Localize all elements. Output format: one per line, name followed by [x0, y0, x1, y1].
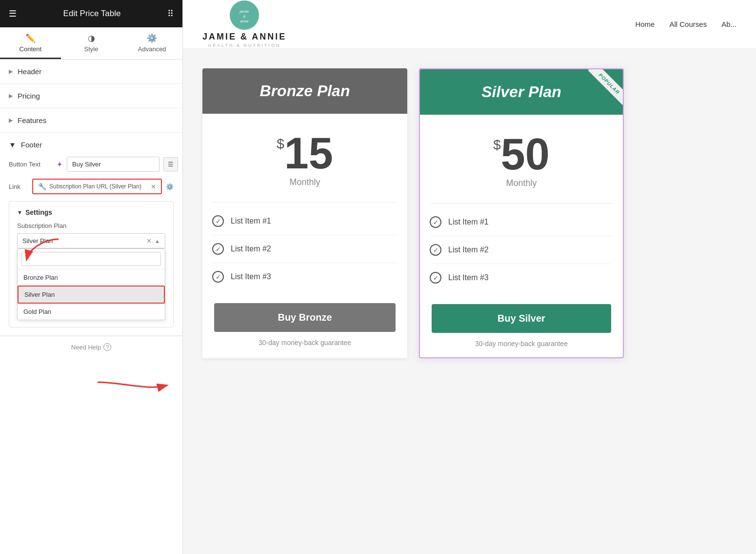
link-text-value: Subscription Plan URL (Silver Plan): [49, 183, 148, 190]
bronze-price-area: $ 15 Monthly: [202, 114, 407, 202]
panel-title: Edit Price Table: [63, 9, 121, 19]
bronze-price-amount: $ 15: [212, 131, 398, 175]
buy-bronze-button[interactable]: Buy Bronze: [214, 303, 396, 332]
logo-svg: jamie & annie: [232, 3, 257, 27]
style-tab-icon: ◑: [88, 33, 95, 43]
footer-section-toggle[interactable]: ▼ Footer: [0, 133, 182, 157]
bronze-feature-list: ✓ List Item #1 ✓ List Item #2 ✓ List Ite…: [202, 203, 407, 295]
link-tool-icon[interactable]: 🔧: [38, 183, 46, 190]
silver-feature-2: ✓ List Item #2: [430, 236, 613, 264]
chevron-right-icon: ▶: [9, 93, 13, 99]
content-tab-icon: ✏️: [25, 33, 36, 43]
panel-header: ☰ Edit Price Table ⠿: [0, 0, 182, 27]
price-card-bronze: Bronze Plan $ 15 Monthly ✓ List Item #1: [202, 68, 407, 358]
left-panel: ☰ Edit Price Table ⠿ ✏️ Content ◑ Style …: [0, 0, 183, 554]
panel-body: ▶ Header ▶ Pricing ▶ Features ▼ Footer B…: [0, 60, 182, 554]
format-button[interactable]: ☰: [163, 157, 178, 171]
silver-period: Monthly: [430, 178, 613, 188]
dropdown-item-silver[interactable]: Silver Plan: [18, 286, 165, 304]
settings-subsection-title[interactable]: ▼ Settings: [17, 208, 165, 216]
site-header: jamie & annie JAMIE & ANNIE HEALTH & NUT…: [183, 0, 756, 49]
footer-section-body: Button Text ✦ ☰ Link 🔧 Subscription Plan…: [0, 157, 182, 335]
select-arrow-icon[interactable]: ▲: [155, 238, 160, 244]
section-footer: ▼ Footer Button Text ✦ ☰ Link 🔧 Subscrip…: [0, 133, 182, 336]
section-header[interactable]: ▶ Header: [0, 60, 182, 84]
chevron-right-icon: ▶: [9, 117, 13, 123]
logo-circle: jamie & annie: [230, 0, 259, 30]
dropdown-item-bronze[interactable]: Bronze Plan: [18, 269, 165, 286]
silver-price-area: $ 50 Monthly: [420, 115, 623, 203]
popular-badge-text: POPULAR: [588, 69, 623, 105]
section-pricing[interactable]: ▶ Pricing: [0, 84, 182, 108]
bronze-card-header: Bronze Plan: [202, 68, 407, 114]
silver-price-amount: $ 50: [430, 132, 613, 176]
pricing-cards: Bronze Plan $ 15 Monthly ✓ List Item #1: [202, 68, 736, 358]
check-icon: ✓: [212, 271, 224, 283]
dropdown-item-gold[interactable]: Gold Plan: [18, 304, 165, 320]
ai-magic-icon[interactable]: ✦: [57, 160, 63, 169]
chevron-right-icon: ▶: [9, 68, 13, 75]
need-help-row[interactable]: Need Help ?: [0, 336, 182, 358]
chevron-down-icon: ▼: [9, 141, 16, 149]
bronze-period: Monthly: [212, 177, 398, 187]
right-content: jamie & annie JAMIE & ANNIE HEALTH & NUT…: [183, 0, 756, 554]
button-text-row: Button Text ✦ ☰: [9, 157, 174, 172]
plan-select-display[interactable]: Silver Plan ✕ ▲: [17, 233, 165, 248]
link-row: Link 🔧 Subscription Plan URL (Silver Pla…: [9, 179, 174, 194]
silver-feature-1: ✓ List Item #1: [430, 208, 613, 236]
selected-plan-name: Silver Plan: [22, 237, 143, 245]
silver-guarantee: 30-day money-back guarantee: [432, 340, 611, 348]
tab-advanced[interactable]: ⚙️ Advanced: [121, 27, 182, 59]
pricing-section: Bronze Plan $ 15 Monthly ✓ List Item #1: [183, 49, 756, 368]
silver-feature-list: ✓ List Item #1 ✓ List Item #2 ✓ List Ite…: [420, 204, 623, 296]
tab-content[interactable]: ✏️ Content: [0, 27, 61, 59]
silver-card-header: Silver Plan POPULAR: [420, 69, 623, 115]
bronze-feature-2: ✓ List Item #2: [212, 235, 398, 263]
grid-icon[interactable]: ⠿: [167, 8, 174, 19]
check-icon: ✓: [212, 215, 224, 227]
button-text-input[interactable]: [67, 157, 159, 172]
section-features[interactable]: ▶ Features: [0, 108, 182, 133]
popular-badge: POPULAR: [584, 69, 623, 108]
logo-brand: JAMIE & ANNIE: [202, 32, 286, 42]
silver-feature-3: ✓ List Item #3: [430, 264, 613, 291]
link-clear-icon[interactable]: ✕: [151, 183, 156, 190]
bronze-dollar-sign: $: [277, 136, 284, 152]
plan-dropdown: Bronze Plan Silver Plan Gold Plan: [17, 248, 165, 320]
svg-text:annie: annie: [240, 20, 249, 23]
check-icon: ✓: [430, 244, 441, 256]
dropdown-search-input[interactable]: [21, 252, 161, 266]
link-label: Link: [9, 183, 28, 190]
tabs-bar: ✏️ Content ◑ Style ⚙️ Advanced: [0, 27, 182, 60]
check-icon: ✓: [212, 243, 224, 255]
logo-sub: HEALTH & NUTRITION: [208, 43, 281, 48]
settings-subsection: ▼ Settings Subscription Plan Silver Plan…: [9, 201, 174, 328]
hamburger-icon[interactable]: ☰: [9, 8, 17, 19]
bronze-card-footer: Buy Bronze 30-day money-back guarantee: [202, 295, 407, 356]
settings-chevron-icon: ▼: [17, 209, 22, 215]
bronze-feature-3: ✓ List Item #3: [212, 263, 398, 290]
subscription-plan-label: Subscription Plan: [17, 222, 165, 229]
bronze-price-number: 15: [284, 131, 333, 175]
buy-silver-button[interactable]: Buy Silver: [432, 304, 611, 333]
link-box[interactable]: 🔧 Subscription Plan URL (Silver Plan) ✕: [32, 179, 162, 194]
silver-dollar-sign: $: [493, 137, 501, 153]
bronze-guarantee: 30-day money-back guarantee: [214, 339, 396, 347]
bronze-feature-1: ✓ List Item #1: [212, 207, 398, 235]
price-card-silver: Silver Plan POPULAR $ 50 Monthly ✓: [419, 68, 624, 358]
button-text-label: Button Text: [9, 161, 53, 168]
silver-card-footer: Buy Silver 30-day money-back guarantee: [420, 296, 623, 357]
tab-style[interactable]: ◑ Style: [61, 27, 122, 59]
svg-text:jamie: jamie: [239, 9, 250, 14]
help-icon[interactable]: ?: [103, 343, 111, 351]
advanced-tab-icon: ⚙️: [147, 33, 157, 43]
link-settings-icon[interactable]: ⚙️: [166, 183, 174, 190]
logo-area: jamie & annie JAMIE & ANNIE HEALTH & NUT…: [202, 0, 286, 48]
check-icon: ✓: [430, 216, 441, 228]
check-icon: ✓: [430, 272, 441, 284]
nav-courses[interactable]: All Courses: [669, 20, 707, 28]
select-clear-icon[interactable]: ✕: [146, 237, 152, 245]
nav-home[interactable]: Home: [635, 20, 655, 28]
site-nav: Home All Courses Ab...: [635, 20, 736, 28]
nav-ab[interactable]: Ab...: [721, 20, 736, 28]
